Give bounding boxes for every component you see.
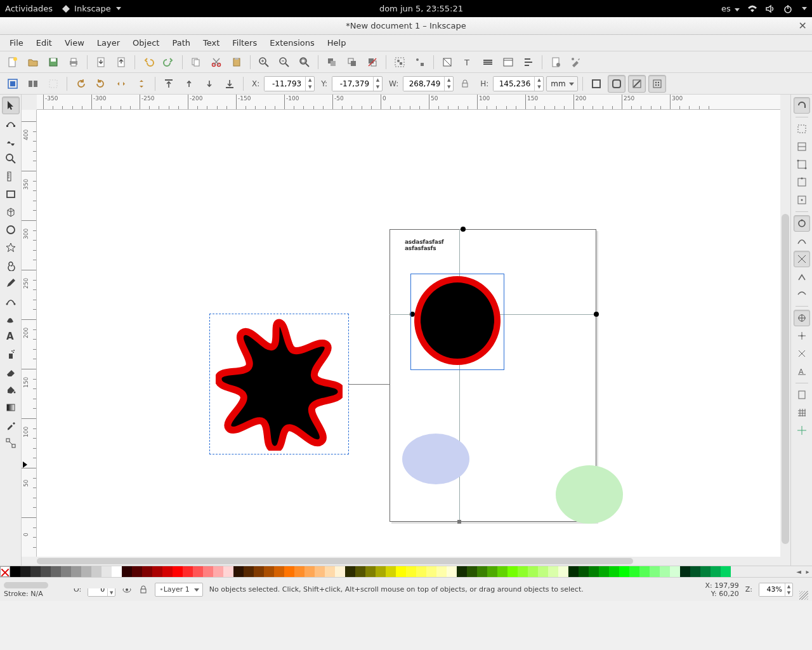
deselect-button[interactable]: [44, 75, 62, 93]
ellipse-tool[interactable]: [2, 221, 20, 239]
palette-swatch[interactable]: [599, 566, 609, 577]
palette-swatch[interactable]: [71, 566, 81, 577]
palette-swatch[interactable]: [457, 566, 467, 577]
layer-lock-toggle[interactable]: [138, 585, 148, 595]
new-document-button[interactable]: [4, 53, 22, 71]
snap-page-border-button[interactable]: [794, 387, 810, 403]
palette-swatch[interactable]: [223, 566, 233, 577]
affect-pattern-button[interactable]: [648, 75, 666, 93]
menu-edit[interactable]: Edit: [30, 36, 58, 50]
zoom-out-button[interactable]: [275, 53, 293, 71]
connector-line[interactable]: [349, 384, 390, 385]
palette-swatch[interactable]: [41, 566, 51, 577]
ellipse-green-object[interactable]: [556, 465, 623, 524]
palette-swatch[interactable]: [335, 566, 345, 577]
palette-swatch[interactable]: [152, 566, 162, 577]
activities-button[interactable]: Actividades: [5, 4, 53, 13]
menu-help[interactable]: Help: [322, 36, 352, 50]
snap-others-button[interactable]: [794, 310, 810, 326]
duplicate-button[interactable]: [323, 53, 341, 71]
ungroup-button[interactable]: [411, 53, 429, 71]
rectangle-tool[interactable]: [2, 185, 20, 203]
circle-object[interactable]: [414, 276, 501, 365]
h-input[interactable]: [494, 77, 534, 91]
snap-guide-button[interactable]: [794, 422, 810, 439]
canvas-text-object[interactable]: asdasfasfasf asfasfasfs: [405, 239, 444, 252]
stroke-value[interactable]: N/A: [30, 590, 43, 598]
guide-anchor-top[interactable]: [461, 227, 466, 232]
snap-nodes-button[interactable]: [794, 215, 810, 232]
palette-swatch[interactable]: [264, 566, 274, 577]
text-dialog-button[interactable]: T: [459, 53, 476, 71]
menu-text[interactable]: Text: [197, 36, 225, 50]
palette-swatch[interactable]: [700, 566, 710, 577]
flip-horizontal-button[interactable]: [112, 75, 130, 93]
palette-swatch[interactable]: [690, 566, 700, 577]
snap-center-button[interactable]: [794, 328, 810, 344]
menu-filters[interactable]: Filters: [226, 36, 263, 50]
redo-button[interactable]: [160, 53, 178, 71]
xml-editor-button[interactable]: [499, 53, 517, 71]
palette-swatch[interactable]: [193, 566, 203, 577]
palette-swatch[interactable]: [183, 566, 193, 577]
palette-swatch[interactable]: [548, 566, 558, 577]
h-spin[interactable]: ▲▼: [493, 76, 544, 91]
flip-vertical-button[interactable]: [133, 75, 150, 93]
palette-scrollbar[interactable]: [4, 582, 137, 588]
palette-swatch[interactable]: [325, 566, 335, 577]
palette-swatch[interactable]: [81, 566, 91, 577]
import-button[interactable]: [92, 53, 110, 71]
raise-top-button[interactable]: [160, 75, 178, 93]
lower-button[interactable]: [200, 75, 218, 93]
affect-stroke-button[interactable]: [587, 75, 605, 93]
x-input[interactable]: [265, 77, 305, 91]
palette-swatch[interactable]: [589, 566, 599, 577]
select-same-button[interactable]: [24, 75, 42, 93]
snap-bbox-button[interactable]: [794, 121, 810, 137]
zoom-input[interactable]: [759, 583, 785, 596]
network-wifi-icon[interactable]: [747, 4, 757, 14]
palette-swatch[interactable]: [518, 566, 528, 577]
measure-tool[interactable]: [2, 168, 20, 185]
eraser-tool[interactable]: [2, 363, 20, 381]
select-all-layers-button[interactable]: [4, 75, 22, 93]
spray-tool[interactable]: [2, 345, 20, 363]
menu-layer[interactable]: Layer: [91, 36, 126, 50]
palette-scroll-left[interactable]: ◄: [794, 566, 803, 577]
snap-path-intersection-button[interactable]: [794, 251, 810, 267]
cut-button[interactable]: [207, 53, 225, 71]
palette-swatch[interactable]: [162, 566, 173, 577]
snap-bbox-edge-button[interactable]: [794, 138, 810, 155]
palette-swatch[interactable]: [497, 566, 508, 577]
palette-swatch[interactable]: [609, 566, 619, 577]
guide-anchor-bottom[interactable]: [457, 520, 461, 524]
snap-smooth-node-button[interactable]: [794, 286, 810, 303]
palette-swatch[interactable]: [294, 566, 304, 577]
palette-swatch[interactable]: [528, 566, 538, 577]
palette-swatch[interactable]: [660, 566, 670, 577]
unit-select[interactable]: mm: [546, 76, 577, 91]
lock-aspect-button[interactable]: [456, 75, 474, 93]
palette-swatch[interactable]: [30, 566, 41, 577]
snap-bbox-corner-button[interactable]: [794, 156, 810, 173]
palette-swatch[interactable]: [680, 566, 690, 577]
bezier-tool[interactable]: [2, 292, 20, 310]
palette-swatch[interactable]: [51, 566, 61, 577]
snap-grid-button[interactable]: [794, 404, 810, 421]
rotate-cw-button[interactable]: [92, 75, 110, 93]
snap-cusp-node-button[interactable]: [794, 269, 810, 285]
palette-swatch[interactable]: [508, 566, 518, 577]
palette-swatch[interactable]: [579, 566, 589, 577]
selector-tool[interactable]: [2, 96, 20, 114]
gradient-tool[interactable]: [2, 399, 20, 416]
vertical-scrollbar[interactable]: [780, 110, 790, 557]
calligraphy-tool[interactable]: [2, 310, 20, 328]
snap-path-button[interactable]: [794, 233, 810, 249]
clock[interactable]: dom jun 5, 23:55:21: [121, 4, 721, 13]
menu-object[interactable]: Object: [127, 36, 165, 50]
palette-swatch[interactable]: [376, 566, 386, 577]
palette-swatch[interactable]: [254, 566, 264, 577]
undo-button[interactable]: [140, 53, 157, 71]
save-button[interactable]: [44, 53, 62, 71]
align-dialog-button[interactable]: [520, 53, 537, 71]
